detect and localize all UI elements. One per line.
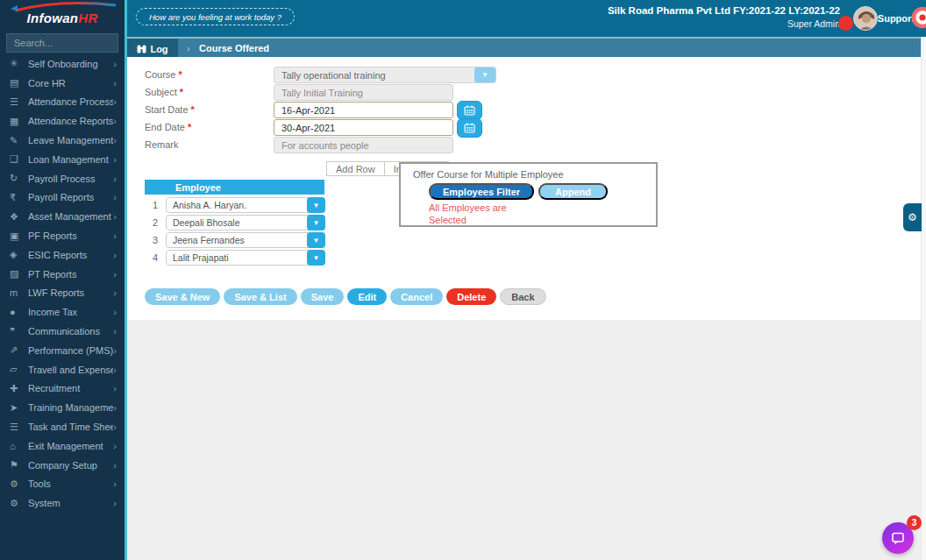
sidebar-item-label: PF Reports: [28, 230, 113, 241]
remark-field: [274, 137, 453, 153]
sidebar-item-payroll-reports[interactable]: ₹Payroll Reports›: [0, 188, 125, 208]
employee-name: Jeena Fernandes: [167, 235, 307, 245]
sidebar-item-asset-management[interactable]: ❖Asset Management›: [0, 207, 125, 226]
sidebar-item-label: Self Onboarding: [28, 59, 113, 69]
sidebar-item-self-onboarding[interactable]: ✳Self Onboarding›: [0, 54, 125, 74]
esic-reports-icon: ◈: [10, 249, 28, 260]
chevron-right-icon: ›: [113, 211, 117, 222]
chevron-down-icon: ▼: [307, 197, 325, 213]
append-button[interactable]: Append: [538, 183, 608, 200]
user-avatar[interactable]: [853, 6, 878, 31]
employee-select-4[interactable]: Lalit Prajapati▼: [166, 250, 324, 266]
sidebar-item-performance-pms[interactable]: ⇗Performance (PMS)›: [0, 341, 125, 360]
sidebar-item-exit-management[interactable]: ⌂Exit Management›: [0, 436, 125, 456]
sidebar-item-payroll-process[interactable]: ↻Payroll Process›: [0, 169, 125, 188]
course-label: Course: [145, 69, 175, 80]
sidebar-item-task-and-time-sheet[interactable]: ☰Task and Time Sheet›: [0, 417, 125, 436]
settings-flyout-tab[interactable]: ⚙: [903, 203, 922, 231]
exit-management-icon: ⌂: [10, 441, 28, 451]
employee-row-1: 1Anisha A. Haryan.▼: [145, 196, 324, 214]
sidebar-item-recruitment[interactable]: ✚Recruitment›: [0, 379, 125, 399]
attendance-process-icon: ☰: [10, 96, 28, 108]
form-row-end-date: End Date*: [127, 119, 922, 136]
sidebar-item-tools[interactable]: ⚙Tools›: [0, 475, 125, 494]
company-name: Silk Road Pharma Pvt Ltd FY:2021-22 LY:2…: [608, 5, 840, 16]
employee-select-2[interactable]: Deepali Bhosale▼: [166, 215, 324, 230]
chevron-right-icon: ›: [113, 78, 117, 89]
employee-name: Lalit Prajapati: [167, 252, 307, 263]
end-date-calendar-button[interactable]: [457, 118, 482, 138]
course-select[interactable]: Tally operational training ▼: [274, 67, 496, 83]
chevron-right-icon: ›: [113, 116, 117, 126]
payroll-reports-icon: ₹: [10, 192, 28, 203]
sidebar-item-pf-reports[interactable]: ▣PF Reports›: [0, 226, 125, 245]
sidebar-item-attendance-reports[interactable]: ▦Attendance Reports›: [0, 111, 125, 131]
start-date-field[interactable]: [274, 102, 453, 118]
scrollbar[interactable]: [921, 37, 926, 560]
required-marker: *: [178, 69, 182, 80]
chevron-right-icon: ›: [113, 287, 117, 298]
save-list-button[interactable]: Save & List: [224, 288, 296, 305]
chevron-right-icon: ›: [113, 135, 117, 145]
sidebar-item-leave-management[interactable]: ✎Leave Management›: [0, 131, 125, 150]
start-date-calendar-button[interactable]: [457, 101, 482, 120]
employee-row-4: 4Lalit Prajapati▼: [145, 249, 324, 266]
mood-check-button[interactable]: How are you feeling at work today ?: [136, 8, 295, 25]
employee-row-2: 2Deepali Bhosale▼: [145, 214, 324, 231]
app-logo[interactable]: InfowanHR: [0, 0, 125, 28]
logo-swoosh: [7, 2, 119, 12]
avatar-image: [854, 7, 878, 31]
logo-text-right: HR: [78, 11, 97, 25]
sidebar-item-lwf-reports[interactable]: mLWF Reports›: [0, 284, 125, 303]
form-row-course: Course* Tally operational training ▼: [127, 67, 922, 83]
save-new-button[interactable]: Save & New: [145, 288, 220, 305]
sidebar-item-core-hr[interactable]: ▤Core HR›: [0, 74, 125, 93]
chevron-right-icon: ›: [113, 250, 117, 260]
binoculars-icon: [137, 45, 146, 53]
sidebar-item-label: Asset Management: [28, 211, 113, 222]
sidebar-item-esic-reports[interactable]: ◈ESIC Reports›: [0, 245, 125, 265]
end-date-field[interactable]: [274, 119, 453, 136]
panel-title: Offer Course for Multiple Employee: [413, 169, 564, 180]
sidebar-item-income-tax[interactable]: ●Income Tax›: [0, 302, 125, 322]
sidebar-item-attendance-process[interactable]: ☰Attendance Process›: [0, 93, 125, 112]
page-title: Course Offered: [199, 43, 269, 53]
sidebar-item-travell-and-expense[interactable]: ▱Travell and Expense›: [0, 360, 125, 379]
sidebar: InfowanHR ✳Self Onboarding›▤Core HR›☰Att…: [0, 0, 127, 560]
notification-dot[interactable]: [838, 16, 853, 31]
employees-filter-button[interactable]: Employees Filter: [429, 183, 534, 200]
chevron-right-icon: ›: [113, 174, 117, 184]
user-role: Super Admin: [608, 18, 840, 29]
sidebar-item-training-management[interactable]: ➤Training Management›: [0, 398, 125, 417]
employee-select-3[interactable]: Jeena Fernandes▼: [166, 232, 324, 248]
chevron-down-icon: ▼: [307, 215, 325, 230]
row-number: 3: [145, 235, 166, 245]
edit-button[interactable]: Edit: [347, 288, 387, 305]
required-marker: *: [188, 122, 191, 132]
delete-button[interactable]: Delete: [446, 288, 496, 305]
sidebar-item-loan-management[interactable]: ❑Loan Management›: [0, 150, 125, 169]
company-setup-icon: ⚑: [10, 459, 28, 471]
cancel-button[interactable]: Cancel: [390, 288, 443, 305]
asset-management-icon: ❖: [10, 211, 28, 223]
sidebar-item-pt-reports[interactable]: ▨PT Reports›: [0, 265, 125, 284]
sidebar-search-input[interactable]: [6, 33, 118, 53]
subject-field: [274, 84, 453, 101]
form-row-remark: Remark: [127, 137, 922, 153]
chevron-right-icon: ›: [113, 96, 117, 107]
breadcrumb-log-tab[interactable]: Log: [127, 39, 178, 59]
employee-select-1[interactable]: Anisha A. Haryan.▼: [166, 197, 324, 213]
form-row-subject: Subject*: [127, 84, 922, 101]
support-power-icon[interactable]: [911, 6, 926, 29]
sidebar-item-system[interactable]: ⚙System›: [0, 493, 125, 513]
start-date-label: Start Date: [145, 104, 189, 115]
row-number: 4: [145, 252, 166, 263]
sidebar-item-company-setup[interactable]: ⚑Company Setup›: [0, 456, 125, 475]
add-row-button[interactable]: Add Row: [326, 161, 385, 176]
sidebar-item-communications[interactable]: ❞Communications›: [0, 322, 125, 341]
employee-name: Deepali Bhosale: [167, 217, 307, 228]
save-button[interactable]: Save: [301, 288, 345, 305]
support-label[interactable]: Support: [878, 13, 915, 24]
chevron-right-icon: ›: [113, 59, 117, 69]
back-button[interactable]: Back: [500, 288, 545, 305]
